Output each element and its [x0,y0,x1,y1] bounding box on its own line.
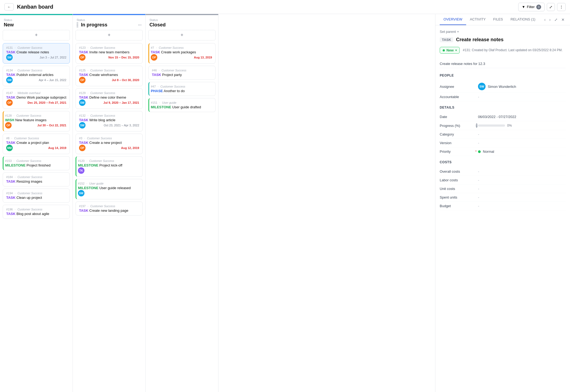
list-item[interactable]: #128 · Customer SuccessWISH New feature … [3,111,70,131]
card-title-line: TASK Create a project plan [6,141,66,145]
column-options-icon-in_progress[interactable]: ··· [138,23,142,27]
kanban-area: StatusNew+#131 · Customer SuccessTASK Cr… [0,14,435,392]
card-category: Customer Success [90,114,115,117]
tab-relations[interactable]: RELATIONS (1) [507,14,539,25]
card-dot: · [15,69,16,72]
card-id-line: #128 · Customer Success [5,114,66,117]
card-dot: · [15,175,16,179]
card-title-text: Project kick-off [99,163,122,167]
add-card-button-new[interactable]: + [3,30,70,40]
set-parent-plus-icon[interactable]: + [457,30,459,34]
detail-label-overall-costs: Overall costs [440,169,475,174]
list-item[interactable]: #131 · Customer SuccessTASK Create relea… [3,43,70,64]
list-item[interactable]: #3 · Customer SuccessTASK Create a new p… [76,134,143,154]
list-item[interactable]: #46 · Customer SuccessTASK Project party [148,66,216,80]
card-id-number: #152 [78,182,84,185]
card-type-label: TASK [79,73,88,77]
card-id-line: #134 · Customer Success [6,69,66,72]
list-item[interactable]: #8 · Customer SuccessTASK Create a proje… [3,134,70,154]
panel-back-icon[interactable]: ‹ [543,16,547,23]
card-title-line: TASK Create new landing page [79,209,139,213]
card-id-number: #46 [152,69,157,72]
card-title-text: User guide released [99,186,131,190]
back-button[interactable]: ← [4,3,14,11]
set-parent-label[interactable]: Set parent [440,30,456,34]
add-card-button-closed[interactable]: + [148,30,216,40]
list-item[interactable]: #129 · Customer SuccessTASK Define new c… [76,88,143,109]
expand-button[interactable]: ⤢ [547,3,555,11]
task-title: Create release notes [456,37,503,43]
panel-close-icon[interactable]: ✕ [560,16,566,23]
list-item[interactable]: #134 · Customer SuccessTASK Publish exte… [3,66,70,86]
card-title-text: Clean up project [16,196,42,200]
card-category: Website overhaul [18,91,40,95]
detail-row-date: Date 06/03/2022 - 07/27/2022 [440,113,566,121]
panel-tabs: OVERVIEW ACTIVITY FILES RELATIONS (1) ‹ … [435,14,570,25]
add-card-button-in_progress[interactable]: + [76,30,143,40]
filter-button[interactable]: ▼ Filter 0 [518,3,545,11]
list-item[interactable]: #194 · Customer SuccessTASK Clean up pro… [3,189,70,203]
tab-activity[interactable]: ACTIVITY [466,14,490,25]
list-item[interactable]: #7 · Customer SuccessTASK Create work pa… [148,43,216,64]
card-dot: · [15,46,16,49]
card-id-number: #196 [6,208,13,211]
card-title-line: TASK Write blog article [79,118,139,122]
list-item[interactable]: #197 · Customer SuccessTASK Create new l… [76,202,143,216]
list-item[interactable]: #184 · Customer SuccessTASK Resizing ima… [3,172,70,186]
tab-files[interactable]: FILES [489,14,507,25]
list-item[interactable]: #123 · Customer SuccessTASK Invite new t… [76,43,143,64]
list-item[interactable]: #153 · Customer SuccessMILESTONE Project… [3,156,70,170]
list-item[interactable]: #147 · Website overhaulTASK Demo Work pa… [3,88,70,109]
column-title-row-in_progress: In progress··· [77,22,142,28]
detail-value-version: - [478,141,566,145]
drag-handle-icon[interactable] [77,23,78,27]
detail-label-progress: Progress (%) [440,124,475,128]
card-title-line: TASK Invite new team members [79,50,139,54]
column-header-closed: StatusClosed [146,15,218,30]
card-type-label: MILESTONE [78,163,98,167]
tab-overview[interactable]: OVERVIEW [440,14,466,25]
list-item[interactable]: #196 · Customer SuccessTASK Blog post ab… [3,205,70,219]
card-id-line: #147 · Website overhaul [6,91,66,95]
avatar: SW [79,122,86,129]
list-item[interactable]: #120 · Customer SuccessMILESTONE Project… [76,156,143,177]
list-item[interactable]: #47 · Customer SuccessPHASE Another to d… [148,82,216,96]
panel-forward-icon[interactable]: › [548,16,552,23]
card-id-number: #3 [79,137,82,140]
detail-value-spent-units: - [478,195,566,199]
list-item[interactable]: #151 · User guideMILESTONE User guide dr… [148,98,216,112]
panel-tab-icons: ‹ › ⤢ ✕ [543,14,566,25]
card-id-number: #153 [5,159,12,162]
detail-row-spent-units: Spent units - [440,193,566,202]
card-type-label: TASK [79,209,88,213]
panel-expand-icon[interactable]: ⤢ [553,16,559,23]
progress-help-icon[interactable]: ? [476,123,477,128]
progress-bar-bg [478,124,505,127]
card-id-number: #8 [6,137,9,140]
card-title-line: WISH New feature images [5,118,66,122]
card-type-label: TASK [6,95,15,99]
card-date: Dec 25, 2020 – Feb 27, 2021 [28,101,66,104]
card-title-text: Write blog article [89,118,115,122]
card-id-line: #46 · Customer Success [152,69,212,72]
card-id-line: #197 · Customer Success [79,204,139,208]
card-dot: · [15,208,16,211]
status-badge[interactable]: New ▾ [440,47,460,54]
card-id-number: #132 [79,114,86,117]
card-category: Customer Success [90,91,115,95]
column-cards-in_progress: #123 · Customer SuccessTASK Invite new t… [73,43,145,392]
card-footer: TK [78,167,139,174]
card-title-line: TASK Define new color theme [79,95,139,99]
list-item[interactable]: #125 · Customer SuccessTASK Create wiref… [76,66,143,86]
card-dot: · [15,192,16,195]
card-id-number: #47 [151,85,156,88]
card-title-text: Create release notes [16,50,49,54]
card-id-line: #8 · Customer Success [6,137,66,140]
more-options-button[interactable]: ⋮ [557,3,566,11]
list-item[interactable]: #132 · Customer SuccessTASK Write blog a… [76,111,143,131]
detail-value-accountable: - [478,95,566,99]
column-cards-closed: #7 · Customer SuccessTASK Create work pa… [146,43,218,392]
card-dot: · [88,69,88,72]
list-item[interactable]: #152 · User guideMILESTONE User guide re… [76,179,143,199]
card-title-line: TASK Project party [152,73,212,77]
